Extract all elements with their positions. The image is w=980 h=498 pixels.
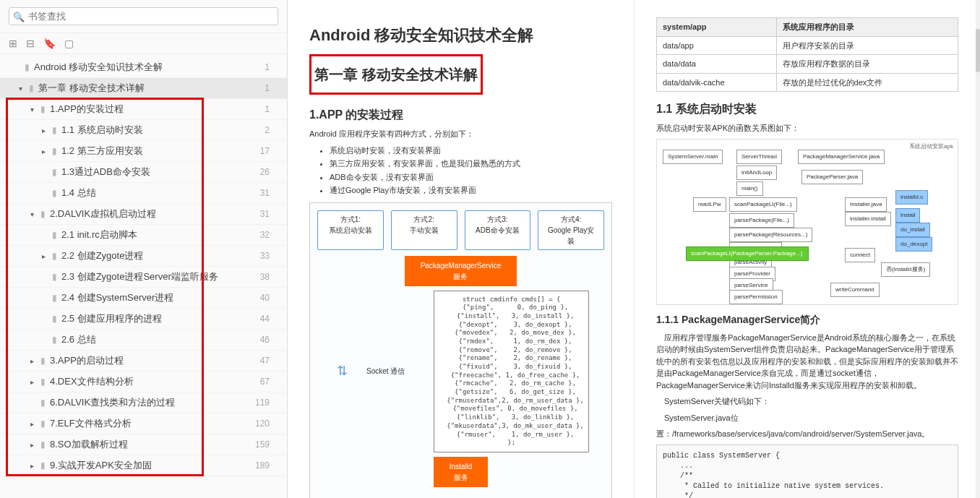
toc-label: 2.1 init.rc启动脚本 (61, 228, 137, 241)
cell: data/dalvik-cache (657, 73, 777, 92)
page-2: system/app系统应用程序的目录data/app用户程序安装的目录data… (634, 0, 980, 498)
toc-label: Android 移动安全知识技术全解 (34, 61, 163, 74)
toc-row[interactable]: ▸▮4.DEX文件结构分析67 (0, 372, 287, 392)
chapter-heading-box: 第一章 移动安全技术详解 (309, 54, 483, 95)
pms-intro: 应用程序管理服务PackageManagerService是Android系统的… (656, 332, 958, 392)
cell: 系统应用程序的目录 (776, 18, 958, 37)
expand-arrow-icon[interactable]: ▸ (30, 420, 39, 428)
install-modes-list: 系统启动时安装，没有安装界面第三方应用安装，有安装界面，也是我们最熟悉的方式AD… (330, 145, 612, 197)
toc-row[interactable]: ▸▮9.实战开发APK安全加固189 (0, 455, 287, 476)
cell: 存放应用程序数据的目录 (776, 55, 958, 74)
toc-row[interactable]: ▸▮7.ELF文件格式分析120 (0, 413, 287, 434)
toc-row[interactable]: ▮1.3通过ADB命令安装26 (0, 162, 287, 183)
bookmark-glyph-icon: ▮ (40, 439, 46, 450)
fd-n2: ServerThread (736, 150, 782, 164)
bookmark-tree[interactable]: ▮Android 移动安全知识技术全解1▾▮第一章 移动安全技术详解1▾▮1.A… (0, 54, 287, 498)
toc-label: 2.2 创建Zygote进程 (61, 249, 143, 262)
table-row: system/app系统应用程序的目录 (657, 18, 958, 37)
socket-label: Socket 通信 (366, 366, 405, 377)
toc-row[interactable]: ▸▮1.2 第三方应用安装17 (0, 141, 287, 162)
toc-row[interactable]: ▸▮2.2 创建Zygote进程33 (0, 246, 287, 267)
cell: 存放的是经过优化的dex文件 (776, 73, 958, 92)
toc-page: 33 (260, 251, 280, 261)
toc-label: 2.4 创建SystemServer进程 (61, 291, 173, 304)
toc-page: 32 (260, 230, 280, 240)
fd-n18: installer.install (845, 212, 891, 226)
toc-label: 2.6 总结 (61, 333, 96, 346)
fd-n25: 否(installd服务) (881, 262, 930, 277)
bookmark-glyph-icon: ▮ (52, 251, 57, 261)
toc-row[interactable]: ▮2.1 init.rc启动脚本32 (0, 225, 287, 246)
toc-row[interactable]: ▮Android 移动安全知识技术全解1 (0, 57, 287, 78)
toc-row[interactable]: ▮6.DALVIK查找类和方法的过程119 (0, 392, 287, 413)
expand-arrow-icon[interactable]: ▾ (30, 210, 39, 218)
fd-n20: install (895, 208, 920, 223)
install-flow-diagram: 方式1: 系统启动安装方式2: 手动安装方式3: ADB命令安装方式4: Goo… (309, 202, 612, 499)
toc-page: 67 (260, 377, 280, 387)
expand-arrow-icon[interactable]: ▸ (30, 462, 39, 470)
fd-n21: do_install (895, 223, 930, 237)
toc-label: 1.2 第三方应用安装 (61, 145, 143, 158)
toc-row[interactable]: ▾▮2.DALVIK虚拟机启动过程31 (0, 204, 287, 225)
search-input[interactable] (9, 7, 278, 25)
fd-n24: writeCommand (830, 283, 880, 297)
toc-label: 9.实战开发APK安全加固 (50, 459, 152, 472)
toc-label: 1.1 系统启动时安装 (61, 124, 143, 137)
toc-page: 1 (265, 104, 280, 114)
toc-label: 8.SO加载解析过程 (50, 438, 128, 451)
expand-arrow-icon[interactable]: ▸ (42, 147, 51, 155)
toc-row[interactable]: ▾▮第一章 移动安全技术详解1 (0, 78, 287, 99)
dirs-table: system/app系统应用程序的目录data/app用户程序安装的目录data… (656, 17, 958, 92)
toc-page: 40 (260, 293, 280, 303)
bookmarks-sidebar: 🔍 ⊞ ⊟ 🔖 ▢ ▮Android 移动安全知识技术全解1▾▮第一章 移动安全… (0, 0, 288, 498)
search-row: 🔍 (0, 0, 287, 33)
search-icon: 🔍 (13, 11, 25, 22)
toc-row[interactable]: ▸▮3.APP的启动过程47 (0, 351, 287, 372)
fd-n8: PackageParser.java (801, 170, 863, 184)
updown-arrow-icon: ⇅ (337, 361, 348, 381)
expand-arrow-icon[interactable]: ▾ (19, 85, 27, 93)
toc-row[interactable]: ▮1.4 总结31 (0, 183, 287, 204)
toc-label: 1.4 总结 (61, 186, 96, 199)
fd-n9: parsePackage(File...) (729, 213, 794, 228)
expand-arrow-icon[interactable]: ▸ (42, 252, 51, 260)
expand-arrow-icon[interactable]: ▸ (30, 357, 39, 365)
expand-arrow-icon[interactable]: ▸ (30, 441, 39, 449)
toc-row[interactable]: ▾▮1.APP的安装过程1 (0, 99, 287, 120)
bookmark-glyph-icon: ▮ (52, 272, 57, 282)
expand-all-icon[interactable]: ⊞ (9, 38, 17, 49)
toc-row[interactable]: ▸▮8.SO加载解析过程159 (0, 434, 287, 455)
toc-row[interactable]: ▮2.5 创建应用程序的进程44 (0, 309, 287, 330)
doc-title: Android 移动安全知识技术全解 (309, 23, 612, 47)
installd-box: Installd 服务 (434, 457, 489, 487)
toc-label: 3.APP的启动过程 (50, 354, 124, 367)
cmds-struct: struct cmdinfo cmds[] = { {"ping", 0, do… (434, 291, 588, 452)
toc-page: 2 (265, 125, 280, 135)
toc-page: 38 (260, 272, 280, 282)
toc-label: 1.APP的安装过程 (50, 103, 124, 116)
bookmark-glyph-icon: ▮ (52, 335, 57, 345)
fd-n22: do_dexopt (895, 237, 932, 252)
toc-row[interactable]: ▮2.6 总结46 (0, 330, 287, 351)
ss-path-a: SystemServer.java位 (656, 412, 958, 424)
intro-text: Android 应用程序安装有四种方式，分别如下： (309, 128, 612, 140)
toc-row[interactable]: ▮2.4 创建SystemServer进程40 (0, 288, 287, 309)
fd-n23: connect (845, 248, 875, 262)
list-item: 第三方应用安装，有安装界面，也是我们最熟悉的方式 (330, 158, 612, 170)
cell: data/app (657, 36, 777, 55)
toc-page: 1 (265, 83, 280, 93)
toc-page: 26 (260, 167, 280, 177)
collapse-all-icon[interactable]: ⊟ (26, 38, 35, 49)
toc-label: 4.DEX文件结构分析 (50, 375, 134, 388)
bookmark-glyph-icon: ▮ (40, 398, 46, 408)
expand-arrow-icon[interactable]: ▾ (30, 106, 39, 113)
bookmark-glyph-icon: ▮ (40, 377, 46, 387)
toc-row[interactable]: ▸▮1.1 系统启动时安装2 (0, 120, 287, 141)
toc-row[interactable]: ▮2.3 创建Zygote进程Server端监听服务38 (0, 267, 287, 288)
chapter-heading: 第一章 移动安全技术详解 (314, 64, 478, 85)
expand-arrow-icon[interactable]: ▸ (30, 378, 39, 386)
bookmark-icon[interactable]: 🔖 (43, 38, 56, 49)
expand-arrow-icon[interactable]: ▸ (42, 126, 51, 134)
bookmark-outline-icon[interactable]: ▢ (64, 38, 74, 49)
document-view: Android 移动安全知识技术全解 第一章 移动安全技术详解 1.APP 的安… (288, 0, 980, 498)
